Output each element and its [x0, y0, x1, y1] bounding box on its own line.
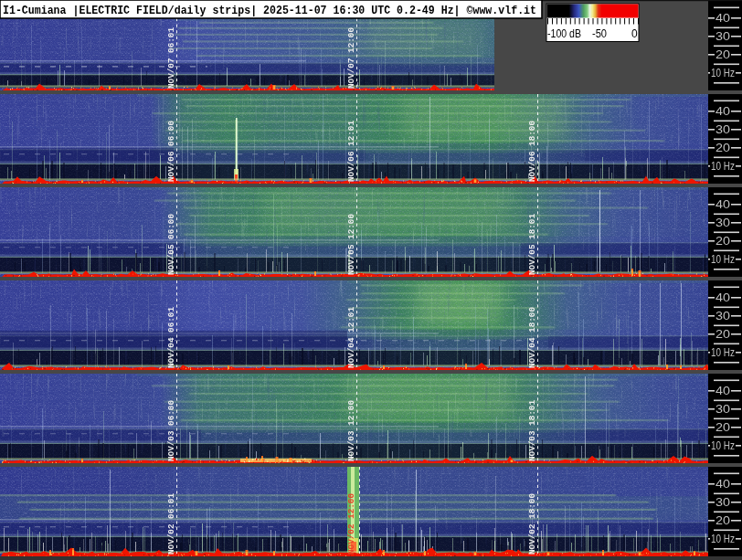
- svg-text:NOV/02 18:00: NOV/02 18:00: [527, 493, 537, 555]
- svg-text:10 Hz: 10 Hz: [711, 533, 735, 545]
- svg-text:NOV/06 18:00: NOV/06 18:00: [527, 121, 537, 182]
- svg-text:0: 0: [631, 27, 638, 40]
- svg-text:10 Hz: 10 Hz: [711, 346, 735, 359]
- svg-text:40: 40: [716, 105, 730, 118]
- svg-text:40: 40: [716, 291, 730, 304]
- svg-text:NOV/04 06:01: NOV/04 06:01: [166, 307, 176, 368]
- svg-text:NOV/03 06:00: NOV/03 06:00: [166, 400, 176, 461]
- svg-text:NOV/04 12:01: NOV/04 12:01: [346, 307, 356, 368]
- svg-text:NOV/03 12:00: NOV/03 12:00: [346, 400, 356, 461]
- svg-text:NOV/02 06:01: NOV/02 06:01: [166, 493, 176, 555]
- svg-text:40: 40: [716, 385, 730, 397]
- svg-text:NOV/06 12:01: NOV/06 12:01: [346, 121, 356, 182]
- svg-text:NOV/02 12:00: NOV/02 12:00: [346, 493, 356, 555]
- svg-text:10 Hz: 10 Hz: [711, 160, 735, 173]
- svg-text:40: 40: [716, 12, 730, 25]
- svg-text:30: 30: [716, 496, 730, 509]
- svg-text:NOV/05 12:00: NOV/05 12:00: [346, 214, 356, 275]
- svg-text:30: 30: [716, 310, 730, 322]
- svg-text:NOV/05 18:01: NOV/05 18:01: [527, 214, 537, 275]
- svg-text:NOV/04 18:00: NOV/04 18:00: [527, 307, 537, 368]
- svg-text:NOV/05 06:00: NOV/05 06:00: [166, 214, 176, 275]
- svg-text:20: 20: [716, 328, 730, 341]
- svg-text:20: 20: [716, 235, 730, 248]
- svg-text:20: 20: [716, 421, 730, 434]
- svg-text:-100 dB: -100 dB: [547, 27, 581, 40]
- svg-text:20: 20: [716, 514, 730, 527]
- svg-text:NOV/06 06:00: NOV/06 06:00: [166, 121, 176, 182]
- svg-text:30: 30: [716, 123, 730, 136]
- svg-text:10 Hz: 10 Hz: [711, 439, 735, 452]
- svg-text:20: 20: [716, 48, 730, 61]
- svg-text:30: 30: [716, 403, 730, 416]
- svg-text:NOV/03 18:01: NOV/03 18:01: [527, 400, 537, 461]
- svg-text:30: 30: [716, 30, 730, 43]
- svg-text:I1-Cumiana |ELECTRIC FIELD/dai: I1-Cumiana |ELECTRIC FIELD/daily strips|…: [3, 5, 536, 17]
- svg-text:-50: -50: [592, 27, 607, 40]
- svg-text:30: 30: [716, 217, 730, 229]
- svg-text:40: 40: [716, 478, 730, 491]
- svg-text:20: 20: [716, 142, 730, 154]
- svg-text:NOV/07 06:01: NOV/07 06:01: [166, 27, 176, 89]
- svg-text:10 Hz: 10 Hz: [711, 67, 735, 79]
- svg-text:10 Hz: 10 Hz: [711, 253, 735, 266]
- svg-text:40: 40: [716, 198, 730, 211]
- svg-text:NOV/07 12:00: NOV/07 12:00: [346, 27, 356, 89]
